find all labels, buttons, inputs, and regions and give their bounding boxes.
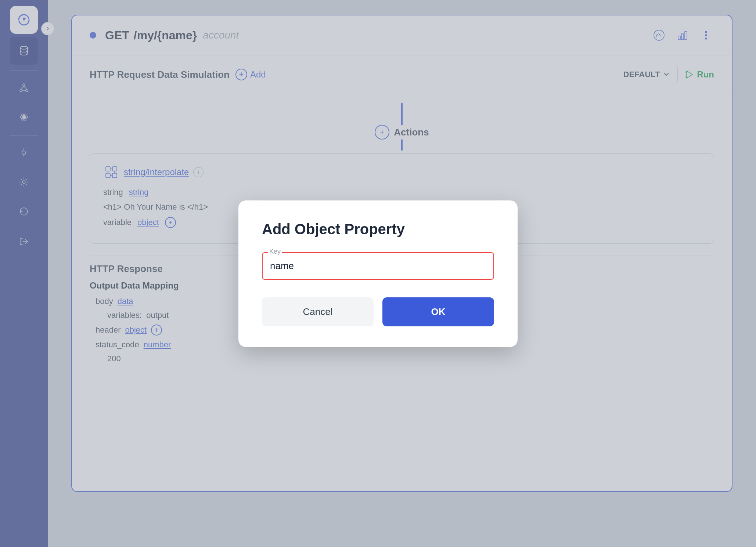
key-field-wrapper: Key xyxy=(262,252,494,280)
modal-title: Add Object Property xyxy=(262,221,494,238)
modal-overlay: Add Object Property Key Cancel OK xyxy=(0,0,756,547)
add-object-property-modal: Add Object Property Key Cancel OK xyxy=(238,200,518,347)
ok-button[interactable]: OK xyxy=(382,297,494,326)
cancel-button[interactable]: Cancel xyxy=(262,297,374,326)
modal-buttons: Cancel OK xyxy=(262,297,494,326)
key-input[interactable] xyxy=(262,252,494,280)
key-label: Key xyxy=(268,248,282,256)
